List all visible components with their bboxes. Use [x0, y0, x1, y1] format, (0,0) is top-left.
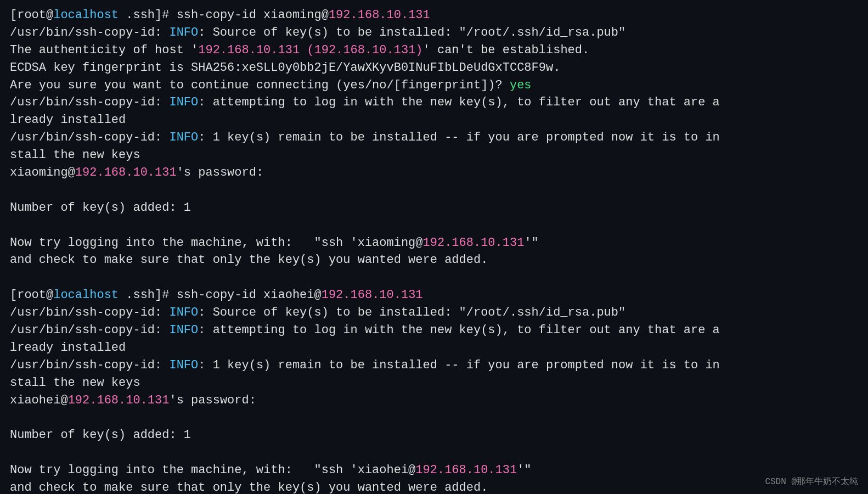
terminal-text-span: 192.168.10.131	[423, 236, 525, 250]
terminal-text-span: : 1 key(s) remain to be installed -- if …	[198, 131, 720, 144]
output-line: /usr/bin/ssh-copy-id: INFO: Source of ke…	[10, 24, 858, 42]
terminal-text-span: : 1 key(s) remain to be installed -- if …	[198, 358, 720, 372]
output-line: The authenticity of host '192.168.10.131…	[10, 42, 858, 59]
terminal-text-span: Number of key(s) added: 1	[10, 201, 191, 215]
terminal-text-span: 192.168.10.131	[329, 8, 430, 22]
output-line: ECDSA key fingerprint is SHA256:xeSLL0y0…	[10, 59, 858, 77]
terminal-text-span: [root@	[10, 288, 53, 302]
terminal-text-span: : Source of key(s) to be installed: "/ro…	[198, 306, 625, 319]
terminal-text-span: lready installed	[10, 341, 126, 355]
output-line: lready installed	[10, 111, 858, 129]
blank-line	[10, 269, 858, 287]
terminal-text-span: /usr/bin/ssh-copy-id:	[10, 323, 169, 337]
terminal-text-span: The authenticity of host '	[10, 43, 198, 57]
terminal-text-span: .ssh]# ssh-copy-id xiaohei@	[119, 288, 322, 302]
terminal-text-span: localhost	[53, 8, 119, 22]
terminal-text-span: /usr/bin/ssh-copy-id:	[10, 306, 169, 319]
output-line: /usr/bin/ssh-copy-id: INFO: 1 key(s) rem…	[10, 129, 858, 147]
terminal-text-span: INFO	[169, 323, 198, 337]
output-line: and check to make sure that only the key…	[10, 251, 858, 269]
terminal-text-span: lready installed	[10, 113, 126, 127]
watermark: CSDN @那年牛奶不太纯	[765, 476, 858, 489]
terminal: [root@localhost .ssh]# ssh-copy-id xiaom…	[0, 0, 868, 494]
output-line: xiaohei@192.168.10.131's password:	[10, 392, 858, 409]
terminal-text-span: localhost	[53, 288, 119, 302]
output-line: xiaoming@192.168.10.131's password:	[10, 164, 858, 182]
terminal-text-span: ' can't be established.	[423, 43, 590, 57]
output-line: Number of key(s) added: 1	[10, 199, 858, 217]
terminal-text-span: 's password:	[169, 394, 256, 407]
terminal-text-span: 192.168.10.131	[75, 166, 177, 179]
terminal-text-span: ECDSA key fingerprint is SHA256:xeSLL0y0…	[10, 61, 560, 75]
terminal-text-span: INFO	[169, 306, 198, 319]
blank-line	[10, 182, 858, 199]
blank-line	[10, 444, 858, 462]
output-line: stall the new keys	[10, 374, 858, 392]
terminal-text-span: : Source of key(s) to be installed: "/ro…	[198, 26, 625, 40]
terminal-text-span: /usr/bin/ssh-copy-id:	[10, 26, 169, 40]
blank-line	[10, 217, 858, 234]
output-line: lready installed	[10, 339, 858, 357]
output-line: Are you sure you want to continue connec…	[10, 77, 858, 94]
terminal-text-span: '"	[524, 236, 538, 250]
terminal-text-span: '"	[517, 463, 531, 477]
blank-line	[10, 409, 858, 426]
terminal-text-span: Now try logging into the machine, with: …	[10, 236, 423, 250]
terminal-text-span: 's password:	[177, 166, 263, 179]
terminal-text-span: Number of key(s) added: 1	[10, 428, 191, 442]
terminal-text-span: Are you sure you want to continue connec…	[10, 78, 510, 92]
terminal-text-span: : attempting to log in with the new key(…	[198, 96, 720, 109]
terminal-text-span: 192.168.10.131	[68, 394, 170, 407]
terminal-text-span: INFO	[169, 131, 198, 144]
terminal-text-span: 192.168.10.131	[415, 463, 517, 477]
output-line: Now try logging into the machine, with: …	[10, 462, 858, 479]
terminal-text-span: 192.168.10.131 (192.168.10.131)	[198, 43, 422, 57]
output-line: /usr/bin/ssh-copy-id: INFO: Source of ke…	[10, 304, 858, 322]
terminal-text-span: and check to make sure that only the key…	[10, 253, 488, 267]
terminal-text-span: and check to make sure that only the key…	[10, 481, 488, 494]
terminal-text-span: stall the new keys	[10, 148, 140, 162]
terminal-text-span: xiaohei@	[10, 394, 68, 407]
terminal-text-span: INFO	[169, 26, 198, 40]
terminal-text-span: [root@	[10, 8, 53, 22]
terminal-text-span: INFO	[169, 96, 198, 109]
terminal-text-span: INFO	[169, 358, 198, 372]
terminal-text-span: xiaoming@	[10, 166, 75, 179]
output-line: Number of key(s) added: 1	[10, 426, 858, 444]
terminal-text-span: stall the new keys	[10, 376, 140, 390]
terminal-text-span: /usr/bin/ssh-copy-id:	[10, 358, 169, 372]
terminal-text-span: 192.168.10.131	[322, 288, 423, 302]
output-line: /usr/bin/ssh-copy-id: INFO: 1 key(s) rem…	[10, 357, 858, 374]
terminal-text-span: Now try logging into the machine, with: …	[10, 463, 415, 477]
terminal-text-span: .ssh]# ssh-copy-id xiaoming@	[119, 8, 329, 22]
terminal-text-span: yes	[510, 78, 532, 92]
prompt-line: [root@localhost .ssh]# ssh-copy-id xiaom…	[10, 7, 858, 24]
prompt-line: [root@localhost .ssh]# ssh-copy-id xiaoh…	[10, 287, 858, 304]
terminal-text-span: /usr/bin/ssh-copy-id:	[10, 131, 169, 144]
output-line: /usr/bin/ssh-copy-id: INFO: attempting t…	[10, 322, 858, 339]
terminal-text-span: : attempting to log in with the new key(…	[198, 323, 720, 337]
terminal-text-span: /usr/bin/ssh-copy-id:	[10, 96, 169, 109]
output-line: Now try logging into the machine, with: …	[10, 234, 858, 252]
output-line: stall the new keys	[10, 147, 858, 164]
output-line: and check to make sure that only the key…	[10, 479, 858, 494]
output-line: /usr/bin/ssh-copy-id: INFO: attempting t…	[10, 94, 858, 111]
